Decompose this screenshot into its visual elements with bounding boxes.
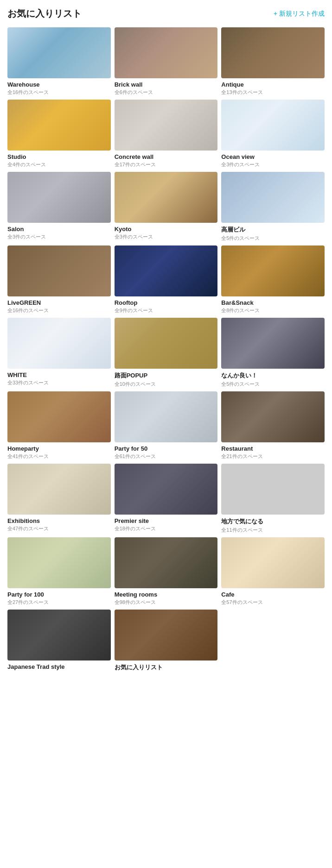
card-image-skyscraper <box>221 172 325 223</box>
card-okiniiri[interactable]: お気に入りリスト <box>115 610 218 673</box>
card-name-brickwall: Brick wall <box>115 81 218 88</box>
card-count-partyfor100: 全27件のスペース <box>7 599 111 606</box>
favorites-grid: Warehouse全16件のスペースBrick wall全6件のスペースAnti… <box>7 27 325 673</box>
card-count-meetingrooms: 全98件のスペース <box>115 599 218 606</box>
card-name-partyfor50: Party for 50 <box>115 445 218 452</box>
card-japantrad[interactable]: Japanese Trad style <box>7 610 111 673</box>
card-count-brickwall: 全6件のスペース <box>115 89 218 96</box>
card-image-brickwall <box>115 27 218 78</box>
card-count-antique: 全13件のスペース <box>221 89 325 96</box>
card-image-cafe <box>221 537 325 588</box>
page-header: お気に入りリスト + 新規リスト作成 <box>7 7 325 20</box>
card-image-inner-studio <box>7 100 111 151</box>
card-image-inner-okiniiri <box>115 610 218 660</box>
card-premiersite[interactable]: Premier site全18件のスペース <box>115 464 218 534</box>
card-image-partyfor50 <box>115 391 218 442</box>
card-image-inner-exhibitions <box>7 464 111 515</box>
card-warehouse[interactable]: Warehouse全16件のスペース <box>7 27 111 96</box>
card-name-kyoto: Kyoto <box>115 226 218 233</box>
card-image-inner-japantrad <box>7 610 111 660</box>
card-name-cafe: Cafe <box>221 591 325 598</box>
card-name-oceanview: Ocean view <box>221 153 325 160</box>
card-count-livegreen: 全16件のスペース <box>7 307 111 314</box>
card-image-inner-roadpopup <box>115 318 218 369</box>
card-count-oceanview: 全3件のスペース <box>221 161 325 168</box>
card-count-barsnack: 全8件のスペース <box>221 307 325 314</box>
card-homeparty[interactable]: Homeparty全41件のスペース <box>7 391 111 460</box>
card-kyoto[interactable]: Kyoto全3件のスペース <box>115 172 218 242</box>
card-image-inner-partyfor50 <box>115 391 218 442</box>
card-partyfor100[interactable]: Party for 100全27件のスペース <box>7 537 111 606</box>
card-name-roadpopup: 路面POPUP <box>115 371 218 380</box>
card-name-okiniiri: お気に入りリスト <box>115 663 218 672</box>
card-count-chihoukiniru: 全11件のスペース <box>221 527 325 534</box>
card-nankayoi[interactable]: なんか良い！全5件のスペース <box>221 318 325 388</box>
card-image-inner-white <box>7 318 111 369</box>
card-image-inner-livegreen <box>7 245 111 296</box>
card-image-okiniiri <box>115 610 218 660</box>
card-name-partyfor100: Party for 100 <box>7 591 111 598</box>
card-exhibitions[interactable]: Exhibitions全47件のスペース <box>7 464 111 534</box>
card-image-inner-brickwall <box>115 27 218 78</box>
card-roadpopup[interactable]: 路面POPUP全10件のスペース <box>115 318 218 388</box>
card-name-homeparty: Homeparty <box>7 445 111 452</box>
card-image-inner-concretewall <box>115 100 218 151</box>
card-image-rooftop <box>115 245 218 296</box>
card-image-inner-salon <box>7 172 111 223</box>
card-name-salon: Salon <box>7 226 111 233</box>
card-studio[interactable]: Studio全4件のスペース <box>7 100 111 168</box>
card-count-rooftop: 全9件のスペース <box>115 307 218 314</box>
card-name-rooftop: Rooftop <box>115 299 218 306</box>
card-count-nankayoi: 全5件のスペース <box>221 381 325 388</box>
card-rooftop[interactable]: Rooftop全9件のスペース <box>115 245 218 314</box>
card-image-inner-oceanview <box>221 100 325 151</box>
card-cafe[interactable]: Cafe全57件のスペース <box>221 537 325 606</box>
card-count-premiersite: 全18件のスペース <box>115 525 218 532</box>
card-count-restaurant: 全21件のスペース <box>221 453 325 460</box>
card-image-kyoto <box>115 172 218 223</box>
card-skyscraper[interactable]: 高層ビル全5件のスペース <box>221 172 325 242</box>
card-image-premiersite <box>115 464 218 515</box>
card-name-premiersite: Premier site <box>115 517 218 524</box>
card-image-exhibitions <box>7 464 111 515</box>
card-name-antique: Antique <box>221 81 325 88</box>
card-name-skyscraper: 高層ビル <box>221 226 325 234</box>
card-meetingrooms[interactable]: Meeting rooms全98件のスペース <box>115 537 218 606</box>
card-name-barsnack: Bar&Snack <box>221 299 325 306</box>
card-barsnack[interactable]: Bar&Snack全8件のスペース <box>221 245 325 314</box>
card-name-exhibitions: Exhibitions <box>7 517 111 524</box>
card-image-concretewall <box>115 100 218 151</box>
card-count-kyoto: 全3件のスペース <box>115 233 218 240</box>
card-count-partyfor50: 全61件のスペース <box>115 453 218 460</box>
card-image-inner-cafe <box>221 537 325 588</box>
card-image-inner-antique <box>221 27 325 78</box>
card-image-livegreen <box>7 245 111 296</box>
card-count-cafe: 全57件のスペース <box>221 599 325 606</box>
card-white[interactable]: WHITE全33件のスペース <box>7 318 111 388</box>
card-image-inner-barsnack <box>221 245 325 296</box>
card-count-salon: 全3件のスペース <box>7 233 111 240</box>
card-count-homeparty: 全41件のスペース <box>7 453 111 460</box>
card-image-inner-rooftop <box>115 245 218 296</box>
card-image-barsnack <box>221 245 325 296</box>
new-list-button[interactable]: + 新規リスト作成 <box>274 10 325 18</box>
card-salon[interactable]: Salon全3件のスペース <box>7 172 111 242</box>
card-name-white: WHITE <box>7 371 111 378</box>
card-name-meetingrooms: Meeting rooms <box>115 591 218 598</box>
card-brickwall[interactable]: Brick wall全6件のスペース <box>115 27 218 96</box>
card-image-nankayoi <box>221 318 325 369</box>
card-partyfor50[interactable]: Party for 50全61件のスペース <box>115 391 218 460</box>
card-name-nankayoi: なんか良い！ <box>221 371 325 380</box>
card-oceanview[interactable]: Ocean view全3件のスペース <box>221 100 325 168</box>
card-livegreen[interactable]: LiveGREEN全16件のスペース <box>7 245 111 314</box>
card-image-inner-nankayoi <box>221 318 325 369</box>
card-concretewall[interactable]: Concrete wall全17件のスペース <box>115 100 218 168</box>
card-image-partyfor100 <box>7 537 111 588</box>
card-chihoukiniru[interactable]: 地方で気になる全11件のスペース <box>221 464 325 534</box>
card-count-skyscraper: 全5件のスペース <box>221 235 325 242</box>
card-restaurant[interactable]: Restaurant全21件のスペース <box>221 391 325 460</box>
card-name-warehouse: Warehouse <box>7 81 111 88</box>
card-name-studio: Studio <box>7 153 111 160</box>
card-antique[interactable]: Antique全13件のスペース <box>221 27 325 96</box>
card-image-inner-partyfor100 <box>7 537 111 588</box>
